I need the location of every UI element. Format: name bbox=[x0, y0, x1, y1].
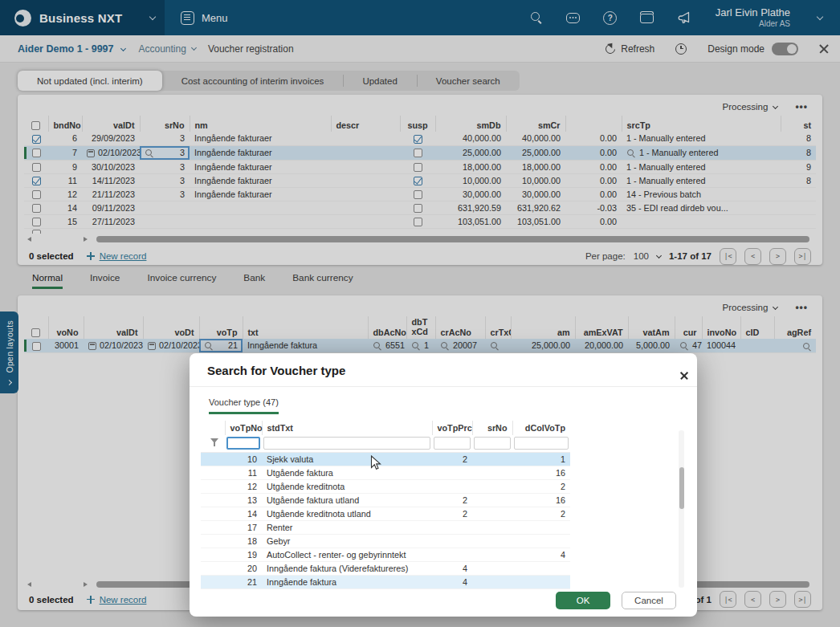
list-item[interactable]: 13 Utgående faktura utland 2 16 bbox=[201, 493, 570, 507]
column-header-dColVoTp[interactable]: dColVoTp bbox=[512, 421, 570, 435]
column-header-srNo[interactable]: srNo bbox=[472, 421, 512, 435]
filter-voTpNo-input[interactable] bbox=[226, 437, 260, 450]
voucher-type-table: voTpNo stdTxt voTpPrc srNo dColVoTp 10 S… bbox=[201, 421, 570, 589]
ok-button[interactable]: OK bbox=[556, 592, 610, 609]
filter-srNo-input[interactable] bbox=[474, 437, 511, 450]
cancel-button[interactable]: Cancel bbox=[622, 592, 676, 609]
list-item[interactable]: 19 AutoCollect - renter- og gebyrinntekt… bbox=[201, 548, 570, 561]
mouse-cursor bbox=[370, 455, 383, 471]
list-item[interactable]: 11 Utgående faktura 16 bbox=[201, 466, 570, 479]
column-header-voTpNo[interactable]: voTpNo bbox=[225, 421, 262, 435]
scrollbar-thumb[interactable] bbox=[679, 467, 684, 509]
vertical-scrollbar[interactable] bbox=[679, 430, 684, 588]
list-item-selected[interactable]: 10 Sjekk valuta 2 1 bbox=[201, 452, 570, 466]
list-item[interactable]: 12 Utgående kreditnota 2 bbox=[201, 479, 570, 493]
list-item[interactable]: 18 Gebyr bbox=[201, 534, 570, 548]
filter-dColVoTp-input[interactable] bbox=[514, 437, 569, 450]
column-header-voTpPrc[interactable]: voTpPrc bbox=[432, 421, 472, 435]
list-item[interactable]: 17 Renter bbox=[201, 520, 570, 534]
voucher-type-tab[interactable]: Voucher type (47) bbox=[209, 397, 279, 414]
filter-voTpPrc-input[interactable] bbox=[434, 437, 471, 450]
list-item[interactable]: 14 Utgående kreditnota utland 2 2 bbox=[201, 507, 570, 520]
filter-icon bbox=[210, 438, 219, 447]
filter-row bbox=[201, 435, 570, 452]
list-item-active[interactable]: 21 Inngående faktura 4 bbox=[201, 575, 570, 588]
dialog-title: Search for Voucher type bbox=[207, 364, 345, 377]
column-header-stdTxt[interactable]: stdTxt bbox=[262, 421, 432, 435]
filter-stdTxt-input[interactable] bbox=[263, 437, 430, 450]
search-voucher-type-dialog: Search for Voucher type Voucher type (47… bbox=[190, 353, 697, 617]
table-header-row: voTpNo stdTxt voTpPrc srNo dColVoTp bbox=[201, 421, 570, 435]
list-item[interactable]: 20 Inngående faktura (Viderefaktureres) … bbox=[201, 561, 570, 575]
